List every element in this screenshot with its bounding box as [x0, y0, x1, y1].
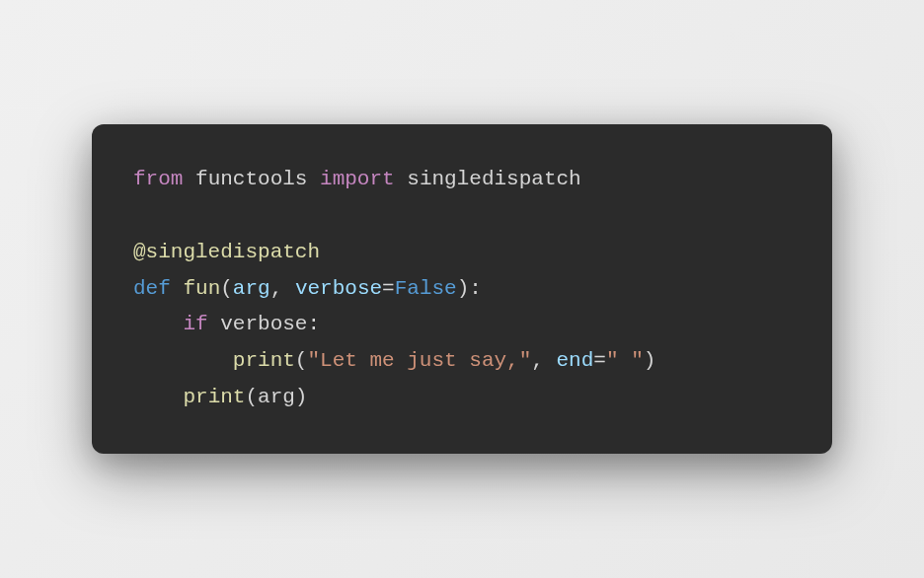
- indent: [133, 386, 183, 408]
- equals: =: [382, 277, 395, 300]
- equals: =: [593, 349, 606, 372]
- call-print: print: [183, 386, 245, 408]
- call-print: print: [233, 349, 295, 372]
- code-line-blank: [133, 198, 791, 235]
- import-name: singledispatch: [407, 168, 580, 190]
- space: [171, 277, 184, 300]
- colon: :: [307, 313, 320, 335]
- comma: ,: [531, 349, 556, 372]
- param-verbose: verbose: [295, 277, 382, 300]
- paren-open: (: [245, 386, 258, 408]
- space: [307, 168, 320, 190]
- code-line-5: if verbose:: [133, 307, 791, 343]
- decorator-at: @: [133, 241, 146, 263]
- paren-close: ): [644, 349, 656, 372]
- space: [208, 313, 221, 335]
- function-name: fun: [183, 277, 220, 300]
- space: [395, 168, 408, 190]
- keyword-if: if: [183, 313, 207, 335]
- code-block: from functools import singledispatch @si…: [92, 124, 832, 453]
- kwarg-end: end: [557, 349, 594, 372]
- keyword-def: def: [133, 277, 171, 300]
- indent: [133, 349, 233, 372]
- param-arg: arg: [233, 277, 270, 300]
- condition-var: verbose: [220, 313, 307, 335]
- paren-open: (: [220, 277, 233, 300]
- paren-close-colon: ):: [457, 277, 482, 300]
- code-line-1: from functools import singledispatch: [133, 162, 791, 198]
- code-line-7: print(arg): [133, 380, 791, 416]
- paren-open: (: [295, 349, 308, 372]
- module-name: functools: [195, 168, 307, 190]
- paren-close: ): [295, 386, 308, 408]
- decorator-name: singledispatch: [146, 241, 320, 263]
- builtin-false: False: [395, 277, 457, 300]
- indent: [133, 313, 183, 335]
- code-line-4: def fun(arg, verbose=False):: [133, 271, 791, 308]
- code-line-3: @singledispatch: [133, 235, 791, 271]
- string-literal-space: " ": [606, 349, 644, 372]
- keyword-import: import: [320, 168, 395, 190]
- space: [183, 168, 195, 190]
- code-line-6: print("Let me just say,", end=" "): [133, 343, 791, 380]
- keyword-from: from: [133, 168, 183, 190]
- comma: ,: [270, 277, 295, 300]
- string-literal: "Let me just say,": [307, 349, 531, 372]
- arg-var: arg: [258, 386, 295, 408]
